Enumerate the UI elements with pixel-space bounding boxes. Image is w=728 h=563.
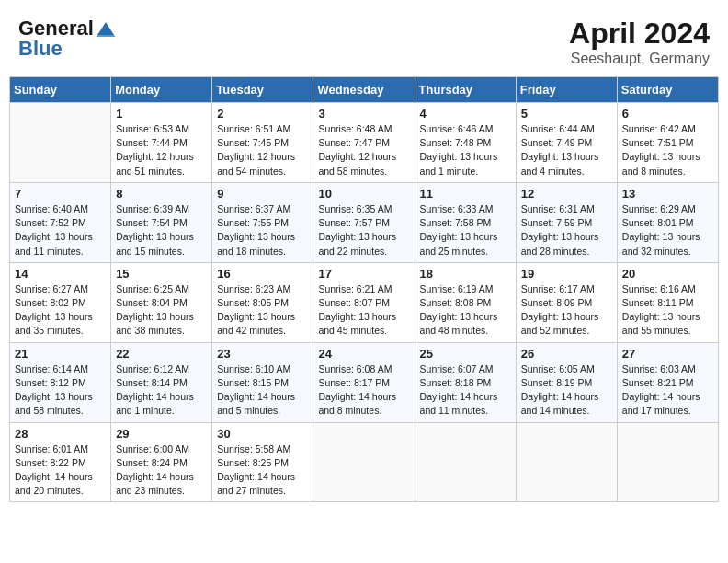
day-info: Sunrise: 6:39 AMSunset: 7:54 PMDaylight:… xyxy=(116,202,207,259)
day-number: 3 xyxy=(318,107,409,121)
calendar-cell: 9Sunrise: 6:37 AMSunset: 7:55 PMDaylight… xyxy=(212,182,313,262)
weekday-header-sunday: Sunday xyxy=(10,77,111,103)
calendar-cell: 14Sunrise: 6:27 AMSunset: 8:02 PMDayligh… xyxy=(10,262,111,342)
calendar-cell: 28Sunrise: 6:01 AMSunset: 8:22 PMDayligh… xyxy=(10,422,111,502)
day-number: 20 xyxy=(622,267,713,281)
day-info: Sunrise: 6:51 AMSunset: 7:45 PMDaylight:… xyxy=(217,122,308,178)
day-info: Sunrise: 6:35 AMSunset: 7:57 PMDaylight:… xyxy=(318,202,409,259)
calendar-cell: 22Sunrise: 6:12 AMSunset: 8:14 PMDayligh… xyxy=(111,342,212,422)
day-number: 17 xyxy=(318,267,409,281)
day-number: 23 xyxy=(217,347,308,361)
day-number: 22 xyxy=(116,347,207,361)
logo: General Blue xyxy=(18,17,116,61)
title-area: April 2024 Seeshaupt, Germany xyxy=(569,17,710,67)
logo-blue: Blue xyxy=(18,37,63,61)
day-info: Sunrise: 6:48 AMSunset: 7:47 PMDaylight:… xyxy=(318,122,409,178)
day-info: Sunrise: 6:17 AMSunset: 8:09 PMDaylight:… xyxy=(521,282,612,339)
day-number: 12 xyxy=(521,187,612,201)
calendar-cell: 21Sunrise: 6:14 AMSunset: 8:12 PMDayligh… xyxy=(10,342,111,422)
calendar-cell: 20Sunrise: 6:16 AMSunset: 8:11 PMDayligh… xyxy=(617,262,718,342)
day-number: 2 xyxy=(217,107,308,121)
calendar-cell: 16Sunrise: 6:23 AMSunset: 8:05 PMDayligh… xyxy=(212,262,313,342)
day-info: Sunrise: 6:03 AMSunset: 8:21 PMDaylight:… xyxy=(622,362,713,419)
day-number: 28 xyxy=(15,427,106,441)
day-number: 15 xyxy=(116,267,207,281)
day-number: 21 xyxy=(15,347,106,361)
day-number: 26 xyxy=(521,347,612,361)
calendar-cell: 11Sunrise: 6:33 AMSunset: 7:58 PMDayligh… xyxy=(415,182,516,262)
calendar-cell: 15Sunrise: 6:25 AMSunset: 8:04 PMDayligh… xyxy=(111,262,212,342)
svg-marker-1 xyxy=(96,28,116,37)
weekday-header-friday: Friday xyxy=(516,77,617,103)
calendar-cell: 25Sunrise: 6:07 AMSunset: 8:18 PMDayligh… xyxy=(415,342,516,422)
day-number: 18 xyxy=(420,267,511,281)
day-info: Sunrise: 6:37 AMSunset: 7:55 PMDaylight:… xyxy=(217,202,308,259)
day-info: Sunrise: 6:53 AMSunset: 7:44 PMDaylight:… xyxy=(116,122,207,178)
day-info: Sunrise: 6:33 AMSunset: 7:58 PMDaylight:… xyxy=(420,202,511,259)
calendar-cell: 6Sunrise: 6:42 AMSunset: 7:51 PMDaylight… xyxy=(617,103,718,183)
day-info: Sunrise: 6:21 AMSunset: 8:07 PMDaylight:… xyxy=(318,282,409,339)
weekday-header-tuesday: Tuesday xyxy=(212,77,313,103)
calendar-cell: 8Sunrise: 6:39 AMSunset: 7:54 PMDaylight… xyxy=(111,182,212,262)
calendar-cell: 18Sunrise: 6:19 AMSunset: 8:08 PMDayligh… xyxy=(415,262,516,342)
day-info: Sunrise: 6:27 AMSunset: 8:02 PMDaylight:… xyxy=(15,282,106,339)
day-info: Sunrise: 6:00 AMSunset: 8:24 PMDaylight:… xyxy=(116,442,207,499)
day-number: 8 xyxy=(116,187,207,201)
calendar-cell: 4Sunrise: 6:46 AMSunset: 7:48 PMDaylight… xyxy=(415,103,516,183)
day-info: Sunrise: 6:19 AMSunset: 8:08 PMDaylight:… xyxy=(420,282,511,339)
day-info: Sunrise: 5:58 AMSunset: 8:25 PMDaylight:… xyxy=(217,442,308,499)
weekday-header-saturday: Saturday xyxy=(617,77,718,103)
day-info: Sunrise: 6:31 AMSunset: 7:59 PMDaylight:… xyxy=(521,202,612,259)
day-number: 25 xyxy=(420,347,511,361)
day-number: 7 xyxy=(15,187,106,201)
calendar-cell: 27Sunrise: 6:03 AMSunset: 8:21 PMDayligh… xyxy=(617,342,718,422)
day-info: Sunrise: 6:12 AMSunset: 8:14 PMDaylight:… xyxy=(116,362,207,419)
calendar-cell: 5Sunrise: 6:44 AMSunset: 7:49 PMDaylight… xyxy=(516,103,617,183)
calendar-cell: 1Sunrise: 6:53 AMSunset: 7:44 PMDaylight… xyxy=(111,103,212,183)
calendar-cell: 7Sunrise: 6:40 AMSunset: 7:52 PMDaylight… xyxy=(10,182,111,262)
calendar-subtitle: Seeshaupt, Germany xyxy=(569,51,710,67)
day-info: Sunrise: 6:25 AMSunset: 8:04 PMDaylight:… xyxy=(116,282,207,339)
weekday-header-thursday: Thursday xyxy=(415,77,516,103)
calendar-cell xyxy=(313,422,415,502)
day-info: Sunrise: 6:10 AMSunset: 8:15 PMDaylight:… xyxy=(217,362,308,419)
day-number: 9 xyxy=(217,187,308,201)
day-info: Sunrise: 6:05 AMSunset: 8:19 PMDaylight:… xyxy=(521,362,612,419)
day-number: 6 xyxy=(622,107,713,121)
calendar-title: April 2024 xyxy=(569,17,710,51)
calendar-cell: 26Sunrise: 6:05 AMSunset: 8:19 PMDayligh… xyxy=(516,342,617,422)
day-number: 13 xyxy=(622,187,713,201)
day-number: 10 xyxy=(318,187,409,201)
day-number: 29 xyxy=(116,427,207,441)
day-number: 30 xyxy=(217,427,308,441)
calendar-cell: 23Sunrise: 6:10 AMSunset: 8:15 PMDayligh… xyxy=(212,342,313,422)
day-info: Sunrise: 6:29 AMSunset: 8:01 PMDaylight:… xyxy=(622,202,713,259)
weekday-header-monday: Monday xyxy=(111,77,212,103)
calendar-cell: 29Sunrise: 6:00 AMSunset: 8:24 PMDayligh… xyxy=(111,422,212,502)
day-number: 1 xyxy=(116,107,207,121)
day-info: Sunrise: 6:01 AMSunset: 8:22 PMDaylight:… xyxy=(15,442,106,499)
calendar-cell: 17Sunrise: 6:21 AMSunset: 8:07 PMDayligh… xyxy=(313,262,415,342)
calendar-cell: 30Sunrise: 5:58 AMSunset: 8:25 PMDayligh… xyxy=(212,422,313,502)
calendar-cell xyxy=(516,422,617,502)
day-number: 16 xyxy=(217,267,308,281)
day-info: Sunrise: 6:23 AMSunset: 8:05 PMDaylight:… xyxy=(217,282,308,339)
day-number: 19 xyxy=(521,267,612,281)
day-info: Sunrise: 6:42 AMSunset: 7:51 PMDaylight:… xyxy=(622,122,713,178)
calendar-cell: 10Sunrise: 6:35 AMSunset: 7:57 PMDayligh… xyxy=(313,182,415,262)
calendar-cell: 24Sunrise: 6:08 AMSunset: 8:17 PMDayligh… xyxy=(313,342,415,422)
day-info: Sunrise: 6:46 AMSunset: 7:48 PMDaylight:… xyxy=(420,122,511,178)
day-number: 24 xyxy=(318,347,409,361)
day-number: 11 xyxy=(420,187,511,201)
header: General Blue April 2024 Seeshaupt, Germa… xyxy=(9,9,719,73)
calendar-cell: 12Sunrise: 6:31 AMSunset: 7:59 PMDayligh… xyxy=(516,182,617,262)
calendar-cell xyxy=(617,422,718,502)
day-info: Sunrise: 6:07 AMSunset: 8:18 PMDaylight:… xyxy=(420,362,511,419)
day-info: Sunrise: 6:08 AMSunset: 8:17 PMDaylight:… xyxy=(318,362,409,419)
day-info: Sunrise: 6:40 AMSunset: 7:52 PMDaylight:… xyxy=(15,202,106,259)
calendar-cell xyxy=(415,422,516,502)
day-number: 14 xyxy=(15,267,106,281)
day-info: Sunrise: 6:14 AMSunset: 8:12 PMDaylight:… xyxy=(15,362,106,419)
day-number: 5 xyxy=(521,107,612,121)
calendar-cell xyxy=(10,103,111,183)
